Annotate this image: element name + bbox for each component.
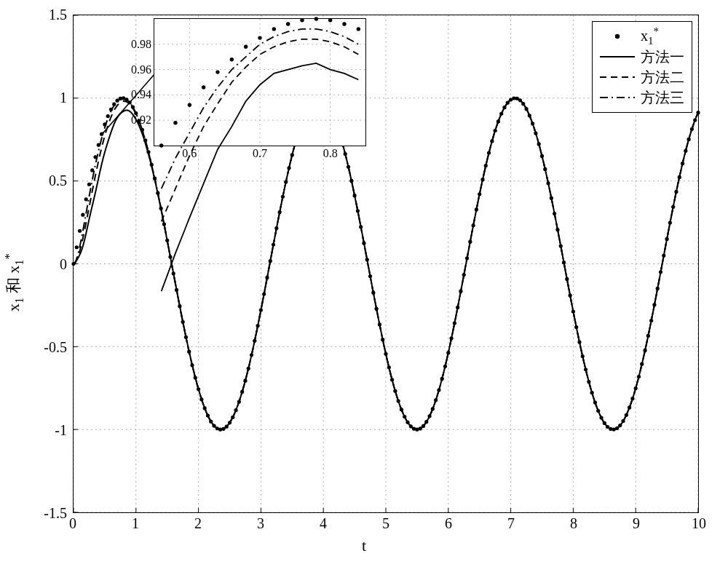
dot-marker-icon (598, 29, 636, 44)
x-tick: 10 (684, 515, 713, 532)
svg-point-246 (159, 143, 163, 147)
main-plot-area: 0.98 0.96 0.94 0.92 0.6 0.7 0.8 x1* (73, 15, 699, 513)
x-tick: 5 (371, 515, 400, 532)
svg-point-252 (244, 45, 248, 49)
svg-point-261 (615, 34, 620, 39)
y-tick: -0.5 (9, 338, 67, 355)
inset-y-tick: 0.92 (131, 114, 154, 127)
dashed-line-icon (598, 70, 636, 84)
svg-point-19 (75, 245, 79, 249)
x-tick: 1 (121, 515, 150, 532)
legend-label: 方法二 (641, 68, 684, 87)
inset-y-tick: 0.98 (131, 38, 154, 51)
legend-entry-method3: 方法三 (598, 87, 684, 108)
legend-label: x1* (641, 25, 659, 47)
x-tick: 4 (309, 515, 338, 532)
svg-point-20 (78, 229, 82, 233)
chart-container: x1 和 x1* t 1.5 1 0.5 0 -0.5 -1 -1.5 0 1 … (0, 0, 728, 564)
inset-y-tick: 0.96 (131, 63, 154, 76)
svg-point-250 (215, 70, 219, 74)
svg-point-255 (286, 22, 290, 25)
dashdot-line-icon (598, 90, 636, 105)
legend-label: 方法三 (641, 88, 684, 108)
inset-y-tick: 0.94 (131, 88, 154, 101)
y-tick: 0 (9, 255, 67, 272)
inset-x-tick: 0.7 (253, 146, 267, 160)
y-tick: -1 (9, 421, 67, 438)
svg-point-259 (342, 22, 346, 25)
svg-point-253 (258, 36, 261, 39)
svg-point-257 (314, 17, 318, 20)
legend-entry-method1: 方法一 (598, 47, 684, 67)
x-tick: 6 (434, 515, 463, 532)
svg-point-260 (357, 27, 360, 31)
inset-plot-svg (154, 19, 365, 146)
svg-point-22 (84, 197, 88, 201)
svg-point-254 (272, 27, 276, 31)
svg-point-21 (81, 213, 84, 217)
x-tick: 7 (496, 515, 526, 532)
y-tick: 1 (9, 90, 67, 106)
x-axis-label: t (362, 536, 366, 555)
svg-point-249 (202, 85, 205, 89)
inset-plot-area: 0.98 0.96 0.94 0.92 0.6 0.7 0.8 (154, 18, 366, 146)
x-tick: 9 (622, 515, 651, 532)
legend-label: 方法一 (641, 47, 684, 67)
svg-point-247 (173, 121, 177, 124)
x-tick: 3 (246, 515, 275, 532)
legend-entry-method2: 方法二 (598, 67, 684, 87)
x-tick: 0 (58, 515, 87, 532)
solid-line-icon (598, 49, 636, 64)
legend: x1* 方法一 方法二 方法三 (592, 21, 692, 113)
svg-point-258 (328, 18, 332, 22)
y-tick: 1.5 (9, 7, 67, 23)
y-tick: 0.5 (9, 172, 67, 189)
svg-point-248 (188, 103, 191, 107)
inset-x-tick: 0.8 (323, 146, 338, 160)
inset-x-tick: 0.6 (182, 146, 197, 160)
svg-point-23 (87, 183, 91, 186)
legend-entry-x1star: x1* (598, 26, 684, 47)
x-tick: 2 (183, 515, 213, 532)
svg-point-251 (230, 57, 234, 61)
x-tick: 8 (559, 515, 588, 532)
svg-point-256 (300, 18, 304, 22)
